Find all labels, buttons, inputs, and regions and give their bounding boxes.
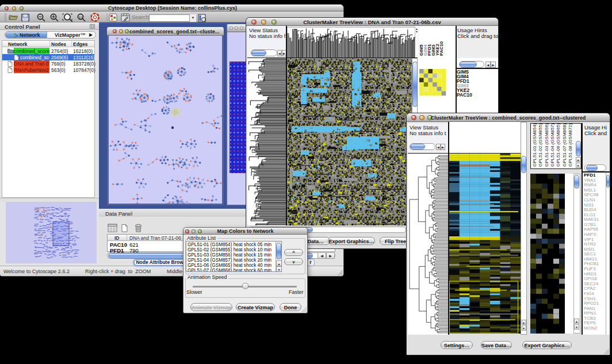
svg-text:1:1: 1:1 [79,16,83,19]
svg-text:GPL51-06 (GSM865): GPL51-06 (GSM865) [556,124,561,167]
svg-text:GPL51-08 (GSM872): GPL51-08 (GSM872) [568,124,573,167]
svg-text:GPL51-07 (GSM868): GPL51-07 (GSM868) [562,124,567,167]
svg-text:GPL51-04 (GSM857): GPL51-04 (GSM857) [550,124,555,167]
svg-text:GPL51-03 (GSM856): GPL51-03 (GSM856) [544,124,549,167]
svg-text:GPL51-01 (GSM854): GPL51-01 (GSM854) [532,124,537,167]
svg-text:PAC10: PAC10 [439,41,444,56]
svg-text:GPL51-02 (GSM855): GPL51-02 (GSM855) [538,124,543,167]
